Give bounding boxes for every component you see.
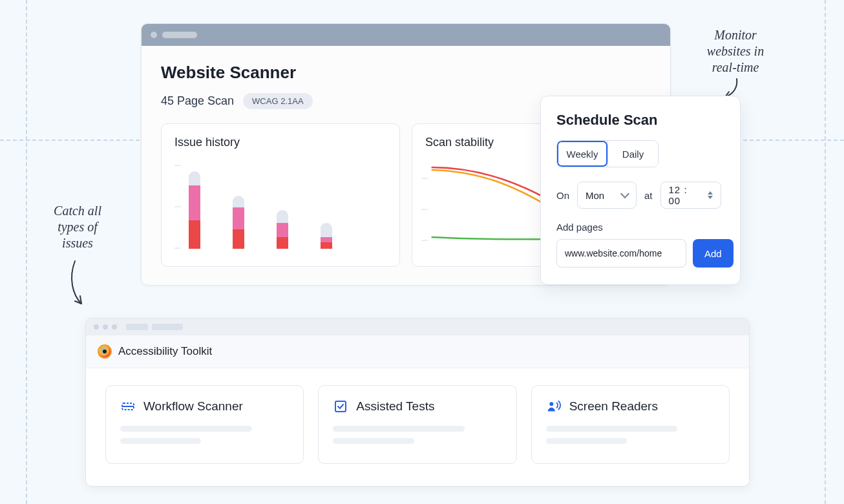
arrow-icon: [61, 258, 93, 310]
wcag-badge: WCAG 2.1AA: [243, 93, 312, 109]
window-title-placeholder: [162, 32, 197, 38]
placeholder-line: [333, 438, 414, 444]
annotation-monitor: Monitorwebsites inreal-time: [684, 27, 787, 76]
window-titlebar: [86, 319, 749, 335]
screen-reader-icon: [546, 399, 562, 414]
at-label: at: [644, 190, 653, 201]
tab-placeholder: [126, 324, 148, 330]
tool-title: Assisted Tests: [356, 399, 434, 414]
day-value: Mon: [586, 190, 604, 201]
window-control-dot: [94, 324, 99, 330]
issue-history-chart: [174, 158, 386, 249]
window-control-dot: [112, 324, 117, 330]
placeholder-line: [546, 426, 678, 432]
stepper-arrows-icon: [708, 191, 713, 199]
tool-title: Workflow Scanner: [143, 399, 243, 414]
placeholder-line: [120, 426, 252, 432]
issue-history-card: Issue history: [161, 123, 400, 267]
scan-summary: 45 Page Scan: [161, 94, 234, 108]
on-label: On: [556, 190, 569, 201]
svg-point-3: [549, 402, 553, 406]
guide-v: [26, 0, 27, 504]
time-stepper[interactable]: 12 : 00: [660, 182, 721, 209]
frequency-weekly-button[interactable]: Weekly: [557, 141, 607, 167]
schedule-title: Schedule Scan: [556, 112, 724, 129]
toolkit-window: Accessibility Toolkit Workflow Scanner A…: [85, 318, 750, 487]
screen-readers-card[interactable]: Screen Readers: [531, 385, 730, 464]
window-control-dot: [151, 32, 157, 38]
toolkit-name: Accessibility Toolkit: [118, 345, 212, 358]
placeholder-line: [333, 426, 465, 432]
window-control-dot: [103, 324, 108, 330]
toolkit-logo-icon: [98, 344, 112, 359]
page-title: Website Scanner: [161, 63, 651, 83]
add-button[interactable]: Add: [693, 239, 733, 268]
tool-title: Screen Readers: [569, 399, 658, 414]
placeholder-line: [120, 438, 201, 444]
day-select[interactable]: Mon: [577, 182, 637, 209]
workflow-scanner-card[interactable]: Workflow Scanner: [105, 385, 304, 464]
svg-rect-2: [335, 401, 346, 412]
add-pages-label: Add pages: [556, 222, 724, 233]
tab-placeholder: [152, 324, 183, 330]
frequency-daily-button[interactable]: Daily: [607, 141, 658, 167]
time-value: 12 : 00: [669, 184, 701, 206]
assisted-tests-card[interactable]: Assisted Tests: [318, 385, 516, 464]
guide-v: [825, 0, 826, 504]
url-input[interactable]: [556, 239, 686, 268]
window-titlebar: [142, 24, 670, 46]
scanner-icon: [120, 399, 136, 414]
placeholder-line: [546, 438, 627, 444]
frequency-toggle: Weekly Daily: [556, 140, 659, 167]
chart-title: Issue history: [174, 136, 386, 149]
checklist-icon: [333, 399, 348, 414]
annotation-catch: Catch alltypes ofissues: [39, 203, 116, 251]
schedule-scan-panel: Schedule Scan Weekly Daily On Mon at 12 …: [540, 96, 741, 285]
chevron-down-icon: [620, 189, 629, 198]
